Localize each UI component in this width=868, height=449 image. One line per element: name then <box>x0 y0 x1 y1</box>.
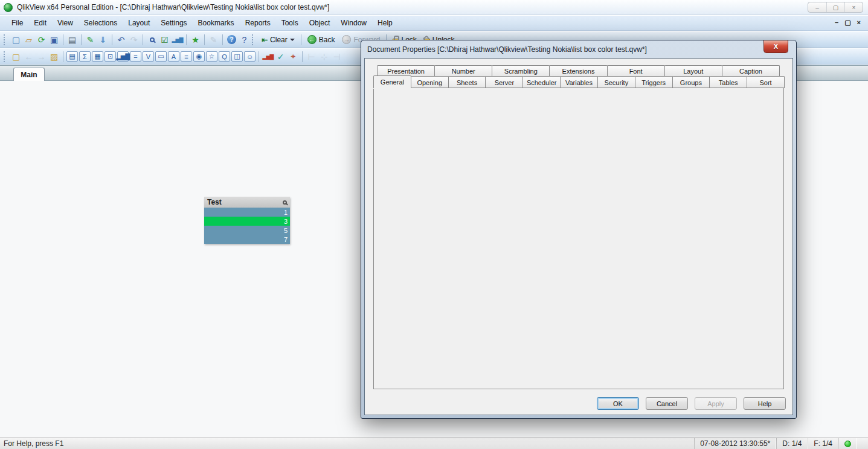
clear-button[interactable]: ⇤ Clear <box>258 34 298 45</box>
menu-settings[interactable]: Settings <box>155 17 192 29</box>
tab-server[interactable]: Server <box>485 76 523 88</box>
search-object-icon[interactable]: Q <box>219 51 230 62</box>
menu-file[interactable]: File <box>6 17 28 29</box>
chart-wizard-icon[interactable]: ▂▅▇ <box>262 50 274 63</box>
mdi-close-icon[interactable]: × <box>857 19 861 27</box>
tab-sheets[interactable]: Sheets <box>448 76 486 88</box>
tab-general[interactable]: General <box>373 75 411 88</box>
ok-button[interactable]: OK <box>597 397 639 410</box>
slider-object-icon[interactable]: ▭ <box>155 51 167 62</box>
menu-view[interactable]: View <box>52 17 79 29</box>
chart-icon[interactable]: ▂▅▇ <box>117 51 129 62</box>
reload-icon[interactable]: ⇓ <box>97 33 109 46</box>
current-selections-box-icon[interactable]: V <box>143 51 154 62</box>
container-object-icon[interactable]: ◫ <box>231 51 243 62</box>
quick-chart-icon[interactable]: ▂▅▇ <box>171 33 184 46</box>
text-object-icon[interactable]: A <box>168 51 179 62</box>
bookmark-object-icon[interactable]: ☆ <box>206 51 217 62</box>
table-box-icon[interactable]: ▦ <box>92 51 103 62</box>
listbox-search-icon[interactable] <box>283 200 287 205</box>
menu-help[interactable]: Help <box>372 17 398 29</box>
menu-selections[interactable]: Selections <box>79 17 123 29</box>
tab-opening[interactable]: Opening <box>411 76 449 88</box>
statistics-box-icon[interactable]: Σ <box>79 51 91 62</box>
help-button[interactable]: Help <box>744 397 786 410</box>
tab-scrambling[interactable]: Scrambling <box>492 65 550 77</box>
align-center-icon[interactable]: ⊹ <box>318 50 330 63</box>
demote-sheet-icon[interactable]: → <box>35 50 48 63</box>
tab-tables[interactable]: Tables <box>709 76 747 88</box>
redo-icon[interactable]: ↷ <box>127 33 140 46</box>
listbox-caption[interactable]: Test <box>204 197 290 208</box>
back-button[interactable]: ← Back <box>304 34 339 45</box>
search-icon[interactable] <box>146 33 158 46</box>
tab-sort[interactable]: Sort <box>747 76 785 88</box>
window-controls: – ▢ × <box>808 2 863 13</box>
menu-edit[interactable]: Edit <box>28 17 52 29</box>
listbox-row[interactable]: 5 <box>204 226 290 235</box>
print-icon[interactable]: ▤ <box>66 33 79 46</box>
listbox-row[interactable]: 7 <box>204 235 290 244</box>
promote-sheet-icon[interactable]: ← <box>22 50 35 63</box>
close-icon[interactable]: × <box>844 2 863 12</box>
tab-security[interactable]: Security <box>597 76 635 88</box>
sheet-properties-icon[interactable]: ▨ <box>48 50 60 63</box>
multi-box-icon[interactable]: = <box>130 51 141 62</box>
whats-this-icon[interactable]: ? <box>238 33 251 46</box>
dialog-titlebar[interactable]: Document Properties [C:\Dhiraj Hathwar\Q… <box>361 40 796 58</box>
apply-button[interactable]: Apply <box>695 397 737 410</box>
tab-number[interactable]: Number <box>434 65 492 77</box>
new-document-icon[interactable]: ▢ <box>10 33 22 46</box>
format-painter-icon[interactable]: ✓ <box>274 50 287 63</box>
toolbar-grip[interactable] <box>252 34 255 45</box>
tab-caption[interactable]: Caption <box>722 65 780 77</box>
listbox-row[interactable]: 1 <box>204 208 290 217</box>
tab-layout[interactable]: Layout <box>664 65 722 77</box>
button-object-icon[interactable]: ◉ <box>193 51 205 62</box>
cancel-button[interactable]: Cancel <box>646 397 688 410</box>
tab-groups[interactable]: Groups <box>672 76 710 88</box>
refresh-icon[interactable]: ⟳ <box>35 33 48 46</box>
add-bookmark-icon[interactable]: ★ <box>189 33 202 46</box>
undo-icon[interactable]: ↶ <box>115 33 127 46</box>
menu-window[interactable]: Window <box>335 17 372 29</box>
menu-object[interactable]: Object <box>304 17 336 29</box>
notes-icon[interactable]: ✎ <box>207 33 220 46</box>
open-icon[interactable]: ▱ <box>22 33 35 46</box>
restore-icon[interactable]: ▢ <box>826 2 844 12</box>
tab-triggers[interactable]: Triggers <box>635 76 673 88</box>
tab-font[interactable]: Font <box>607 65 665 77</box>
menu-layout[interactable]: Layout <box>123 17 155 29</box>
toolbar-grip[interactable] <box>4 51 7 62</box>
align-left-icon[interactable]: ⊢ <box>305 50 318 63</box>
help-glyph: ? <box>227 35 236 44</box>
align-right-icon[interactable]: ⊣ <box>330 50 343 63</box>
dialog-close-icon[interactable]: X <box>764 40 788 53</box>
mdi-minimize-icon[interactable]: – <box>835 19 838 27</box>
minimize-icon[interactable]: – <box>808 2 826 12</box>
listbox-row-selected[interactable]: 3 <box>204 217 290 226</box>
design-grid-icon[interactable]: ⌖ <box>287 50 300 63</box>
sheet-tab-main[interactable]: Main <box>13 68 45 81</box>
help-icon[interactable]: ? <box>225 33 238 46</box>
status-resize-grip[interactable] <box>857 438 868 449</box>
listbox-value: 7 <box>284 236 288 243</box>
current-selections-icon[interactable]: ☑ <box>158 33 171 46</box>
custom-object-icon[interactable]: ☺ <box>244 51 256 62</box>
list-box-icon[interactable]: ▤ <box>66 51 78 62</box>
tab-extensions[interactable]: Extensions <box>549 65 607 77</box>
line-arrow-icon[interactable]: ≡ <box>181 51 192 62</box>
dialog-title: Document Properties [C:\Dhiraj Hathwar\Q… <box>367 45 647 54</box>
menu-tools[interactable]: Tools <box>276 17 304 29</box>
tab-variables[interactable]: Variables <box>560 76 598 88</box>
listbox-title: Test <box>207 198 222 206</box>
edit-script-icon[interactable]: ✎ <box>84 33 97 46</box>
save-icon[interactable]: ▣ <box>48 33 60 46</box>
menu-bookmarks[interactable]: Bookmarks <box>193 17 240 29</box>
add-sheet-icon[interactable]: ▢ <box>10 50 22 63</box>
menu-reports[interactable]: Reports <box>240 17 276 29</box>
toolbar-grip[interactable] <box>4 34 7 45</box>
tab-scheduler[interactable]: Scheduler <box>522 76 561 88</box>
mdi-restore-icon[interactable]: ▢ <box>844 19 850 27</box>
input-box-icon[interactable]: ⊡ <box>104 51 116 62</box>
